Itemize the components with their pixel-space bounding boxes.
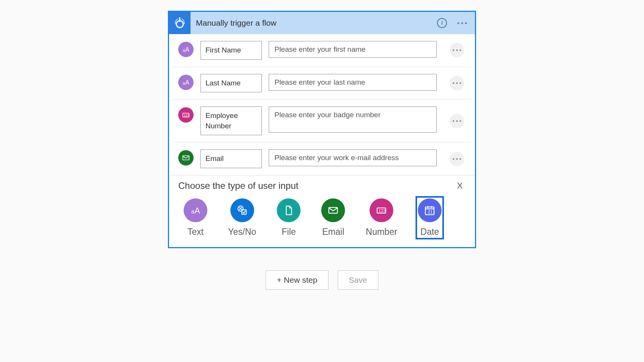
email-icon (321, 198, 345, 222)
number-icon: 123 (370, 198, 393, 222)
input-row-menu-button[interactable] (450, 76, 464, 90)
input-row: aAFirst NamePlease enter your first name (173, 34, 471, 67)
input-row-menu-button[interactable] (450, 114, 464, 128)
input-name-field[interactable]: Employee Number (200, 106, 262, 135)
trigger-header: Manually trigger a flow i (169, 12, 475, 34)
ellipsis-icon (453, 120, 461, 122)
type-option-text[interactable]: aAText (181, 196, 210, 239)
text-icon: aA (178, 75, 194, 90)
file-icon (277, 198, 301, 222)
input-name-field[interactable]: Email (200, 149, 262, 168)
type-option-label: File (282, 227, 296, 237)
text-icon: aA (178, 42, 194, 57)
input-placeholder-field[interactable]: Please enter your badge number (269, 106, 437, 133)
type-options-list: aATextYes/NoFileEmail123Number21Date (178, 196, 466, 239)
trigger-menu-button[interactable] (455, 16, 469, 30)
type-option-email[interactable]: Email (319, 196, 347, 239)
svg-text:A: A (185, 79, 189, 85)
input-name-field[interactable]: Last Name (200, 74, 262, 93)
type-option-file[interactable]: File (274, 196, 303, 239)
email-icon (178, 150, 194, 165)
ellipsis-icon (453, 82, 461, 84)
input-row: 123Employee NumberPlease enter your badg… (173, 100, 471, 143)
date-icon: 21 (418, 198, 442, 222)
input-placeholder-field[interactable]: Please enter your first name (269, 41, 437, 58)
choose-input-type-panel: Choose the type of user input X aATextYe… (169, 175, 475, 247)
type-option-label: Yes/No (228, 227, 256, 237)
type-option-date[interactable]: 21Date (416, 196, 444, 239)
inputs-area: aAFirst NamePlease enter your first name… (169, 34, 475, 175)
type-option-number[interactable]: 123Number (363, 196, 399, 239)
trigger-icon (169, 12, 191, 34)
input-row: aALast NamePlease enter your last name (173, 67, 471, 100)
svg-text:21: 21 (428, 209, 433, 214)
choose-panel-title: Choose the type of user input (178, 180, 299, 191)
text-icon: aA (184, 198, 207, 222)
svg-text:123: 123 (184, 114, 189, 117)
info-icon: i (437, 18, 447, 28)
input-placeholder-field[interactable]: Please enter your last name (269, 74, 437, 91)
close-panel-button[interactable]: X (454, 179, 466, 192)
new-step-button[interactable]: + New step (266, 270, 329, 290)
input-row: EmailPlease enter your work e-mail addre… (173, 143, 471, 175)
type-option-label: Number (366, 227, 397, 237)
trigger-card: Manually trigger a flow i aAFirst NamePl… (168, 11, 476, 248)
svg-text:A: A (195, 206, 200, 215)
footer-buttons: + New step Save (266, 270, 378, 290)
svg-text:a: a (191, 208, 195, 214)
save-button[interactable]: Save (338, 270, 378, 290)
type-option-label: Date (421, 227, 439, 237)
ellipsis-icon (453, 49, 461, 51)
ellipsis-icon (453, 158, 461, 160)
type-option-label: Text (187, 227, 204, 237)
number-icon: 123 (178, 107, 194, 123)
info-button[interactable]: i (435, 16, 449, 30)
svg-text:123: 123 (379, 208, 386, 213)
yesno-icon (230, 198, 254, 222)
input-name-field[interactable]: First Name (200, 41, 262, 60)
type-option-label: Email (322, 227, 345, 237)
trigger-title: Manually trigger a flow (191, 18, 435, 28)
type-option-yesno[interactable]: Yes/No (226, 196, 258, 239)
input-row-menu-button[interactable] (450, 43, 464, 57)
ellipsis-icon (457, 22, 467, 24)
input-placeholder-field[interactable]: Please enter your work e-mail address (269, 149, 437, 166)
input-row-menu-button[interactable] (450, 152, 464, 166)
svg-text:A: A (185, 46, 189, 53)
